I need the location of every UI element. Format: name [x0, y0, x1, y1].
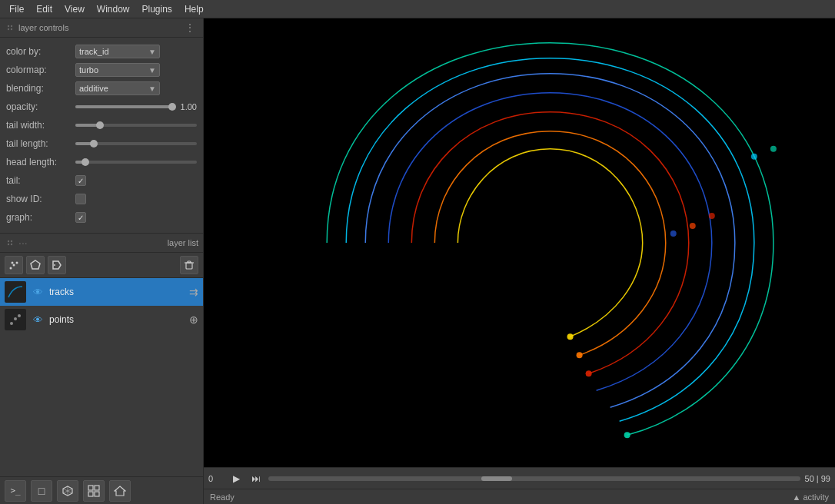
delete-layer-btn[interactable]	[180, 256, 198, 274]
layer-controls-title: layer controls	[18, 23, 68, 32]
tail-length-slider[interactable]	[75, 142, 197, 145]
points-layer-name: points	[49, 314, 185, 325]
menu-edit[interactable]: Edit	[30, 2, 58, 16]
3d-btn[interactable]	[57, 480, 78, 502]
drag-handle[interactable]	[5, 22, 15, 33]
chevron-down-icon: ▼	[148, 48, 156, 56]
head-length-label: head length:	[6, 157, 75, 167]
svg-point-3	[11, 28, 12, 30]
show-id-row: show ID:	[0, 190, 203, 208]
svg-rect-23	[88, 486, 93, 490]
svg-point-6	[8, 244, 9, 245]
points-tool-btn[interactable]	[5, 256, 23, 274]
tracks-thumbnail	[5, 281, 26, 303]
select-tool-btn[interactable]	[26, 256, 45, 274]
points-visibility-btn[interactable]: 👁	[31, 313, 45, 327]
menu-bar: File Edit View Window Plugins Help	[0, 0, 835, 18]
tail-width-slider[interactable]	[75, 124, 197, 127]
svg-point-33	[770, 146, 777, 152]
opacity-label: opacity:	[6, 101, 75, 112]
activity-link[interactable]: ▲ activity	[792, 492, 829, 502]
play-btn[interactable]: ▶	[228, 471, 244, 486]
svg-point-1	[11, 25, 12, 27]
canvas-area: 0 ▶ ⏭ 50 | 99 Ready ▲ activity	[204, 18, 835, 504]
square-btn[interactable]: □	[31, 480, 52, 502]
svg-point-19	[18, 314, 21, 317]
head-length-slider[interactable]	[75, 161, 197, 164]
opacity-row: opacity: 1.00	[0, 98, 203, 116]
layer-list-mini-dots: ···	[18, 237, 28, 249]
timeline-slider[interactable]	[268, 476, 800, 481]
svg-point-7	[11, 244, 12, 245]
opacity-slider[interactable]: 1.00	[75, 102, 197, 111]
color-by-row: color by: track_id ▼	[0, 42, 203, 61]
left-panel: layer controls ⋮ color by: track_id ▼ co…	[0, 18, 204, 504]
svg-point-10	[16, 262, 18, 264]
tracks-svg	[204, 18, 835, 467]
colormap-dropdown[interactable]: turbo ▼	[75, 63, 160, 77]
layer-list-drag-handle[interactable]	[5, 237, 15, 248]
current-frame-display: 0	[208, 474, 224, 483]
layer-item-tracks[interactable]: 👁 tracks ⇉	[0, 278, 203, 306]
blending-row: blending: additive ▼	[0, 79, 203, 98]
grid-view-btn[interactable]	[83, 480, 105, 502]
3d-icon	[62, 485, 74, 497]
menu-window[interactable]: Window	[91, 2, 136, 16]
graph-label: graph:	[6, 212, 75, 223]
svg-rect-24	[95, 486, 99, 490]
svg-point-17	[10, 322, 13, 325]
color-by-dropdown[interactable]: track_id ▼	[75, 45, 160, 58]
menu-view[interactable]: View	[58, 2, 91, 16]
svg-point-5	[11, 240, 12, 242]
tracks-visibility-btn[interactable]: 👁	[31, 285, 45, 299]
chevron-down-icon: ▼	[148, 85, 156, 93]
tail-row: tail:	[0, 171, 203, 190]
status-text: Ready	[210, 492, 235, 502]
svg-point-29	[624, 432, 630, 438]
svg-point-11	[12, 262, 14, 264]
layer-list-title: layer list	[168, 238, 198, 247]
tail-checkbox[interactable]	[75, 175, 86, 186]
tail-length-label: tail length:	[6, 138, 75, 149]
main-content: layer controls ⋮ color by: track_id ▼ co…	[0, 18, 835, 504]
layer-item-points[interactable]: 👁 points ⊕	[0, 306, 203, 333]
points-thumbnail	[5, 309, 26, 330]
blending-label: blending:	[6, 83, 75, 94]
square-icon: □	[38, 485, 45, 497]
svg-rect-25	[88, 492, 93, 496]
home-btn[interactable]	[109, 480, 131, 502]
tail-width-row: tail width:	[0, 116, 203, 134]
timeline-thumb[interactable]	[481, 476, 512, 481]
visualization[interactable]	[204, 18, 835, 467]
menu-help[interactable]: Help	[178, 2, 210, 16]
layer-list-title-bar: ··· layer list	[0, 233, 203, 253]
colormap-row: colormap: turbo ▼	[0, 61, 203, 79]
svg-rect-28	[204, 20, 835, 466]
layer-controls-title-bar: layer controls ⋮	[0, 18, 203, 38]
menu-file[interactable]: File	[3, 2, 30, 16]
tracks-layer-icon: ⇉	[189, 286, 198, 298]
svg-rect-26	[95, 492, 99, 496]
svg-point-30	[586, 370, 592, 376]
svg-point-9	[13, 264, 15, 267]
console-btn[interactable]: >_	[5, 480, 26, 502]
menu-plugins[interactable]: Plugins	[136, 2, 178, 16]
status-bar: Ready ▲ activity	[204, 489, 835, 504]
opacity-value: 1.00	[175, 102, 197, 111]
show-id-checkbox[interactable]	[75, 194, 86, 204]
frame-count-display: 50 | 99	[805, 474, 830, 483]
svg-point-37	[670, 230, 677, 237]
svg-point-31	[577, 352, 583, 358]
svg-point-18	[14, 317, 17, 320]
svg-point-0	[8, 25, 9, 27]
label-tool-btn[interactable]	[48, 256, 66, 274]
end-frame-btn[interactable]: ⏭	[248, 471, 264, 486]
blending-dropdown[interactable]: additive ▼	[75, 81, 160, 95]
chevron-down-icon: ▼	[148, 66, 156, 75]
layer-controls-menu-btn[interactable]: ⋮	[181, 22, 198, 34]
color-by-label: color by:	[6, 46, 75, 57]
graph-checkbox[interactable]	[75, 212, 86, 223]
svg-rect-14	[186, 263, 192, 269]
grid-view-icon	[88, 485, 100, 497]
svg-point-36	[690, 223, 696, 229]
